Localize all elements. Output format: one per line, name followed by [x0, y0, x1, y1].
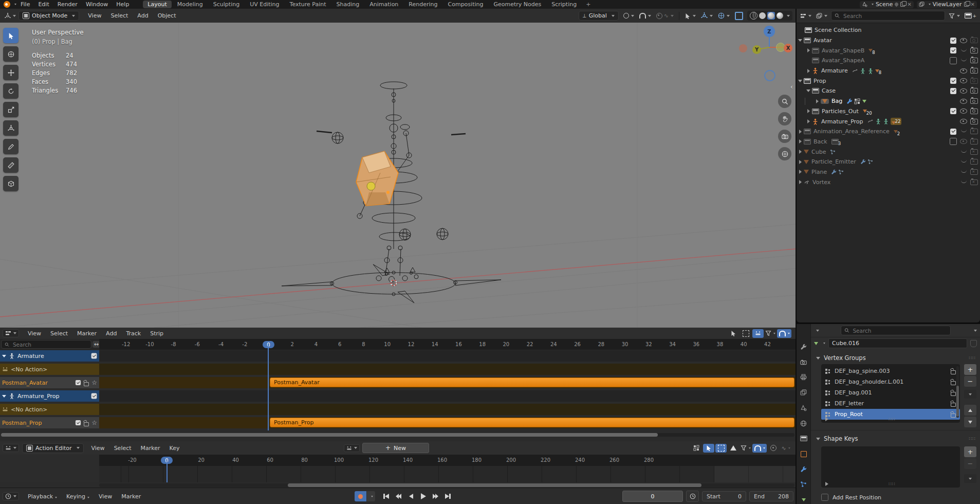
render-disabled-icon[interactable]: [970, 149, 978, 155]
perspective-toggle-button[interactable]: [778, 147, 791, 160]
workspace-tab[interactable]: Shading: [332, 1, 364, 8]
collection-checkbox[interactable]: [950, 78, 956, 84]
tab-physics[interactable]: [798, 480, 809, 489]
action-browse-button[interactable]: [344, 444, 360, 452]
render-visibility-icon[interactable]: [970, 109, 978, 114]
render-visibility-icon[interactable]: [970, 38, 978, 43]
camera-view-button[interactable]: [778, 130, 791, 143]
show-gizmo-button[interactable]: [698, 11, 715, 20]
tab-output[interactable]: [798, 373, 809, 382]
hide-icon[interactable]: [961, 159, 967, 163]
render-visibility-icon[interactable]: [970, 48, 978, 53]
nla-channel-object[interactable]: Armature: [0, 350, 99, 362]
workspace-tab[interactable]: Texture Paint: [285, 1, 331, 8]
outliner-row-avatar[interactable]: Avatar: [797, 35, 980, 46]
unlock-icon[interactable]: [84, 382, 89, 386]
workspace-tab[interactable]: UV Editing: [245, 1, 284, 8]
collapsed-icon[interactable]: [807, 69, 810, 73]
tab-tool[interactable]: [798, 343, 809, 351]
list-footer-arrow-icon[interactable]: [825, 482, 828, 486]
properties-options-left-icon[interactable]: [816, 330, 819, 332]
zoom-button[interactable]: [778, 95, 791, 108]
vertex-groups-panel-header[interactable]: Vertex Groups ∷∷: [811, 351, 980, 364]
collapsed-icon[interactable]: [807, 119, 810, 123]
properties-options-icon[interactable]: [974, 330, 977, 332]
tab-object[interactable]: [798, 449, 809, 458]
navigation-gizmo[interactable]: Z Y X: [736, 26, 796, 93]
properties-search-input[interactable]: [852, 327, 947, 334]
render-disabled-icon[interactable]: [970, 129, 978, 134]
expanded-icon[interactable]: [798, 80, 802, 82]
menu-item[interactable]: Add: [133, 12, 153, 19]
outliner-editor-type-button[interactable]: [799, 12, 812, 20]
collection-checkbox[interactable]: [950, 88, 956, 94]
hide-icon[interactable]: [960, 109, 967, 114]
new-viewlayer-icon[interactable]: [964, 2, 969, 7]
move-group-up-button[interactable]: [964, 405, 976, 416]
pan-button[interactable]: [778, 112, 791, 125]
pin-icon[interactable]: [894, 2, 899, 7]
annotate-tool[interactable]: [3, 139, 19, 154]
render-visibility-icon[interactable]: [970, 78, 978, 84]
expanded-icon[interactable]: [806, 89, 810, 92]
next-keyframe-button[interactable]: [430, 491, 441, 501]
add-rest-position-checkbox[interactable]: [821, 494, 828, 501]
datablock-dropdown-icon[interactable]: [823, 343, 825, 344]
menu-item[interactable]: Marker: [72, 330, 101, 337]
transform-orientation-select[interactable]: ⟂ Global: [579, 11, 619, 21]
hide-icon[interactable]: [960, 68, 967, 74]
nla-lane[interactable]: [99, 364, 796, 375]
expanded-icon[interactable]: [798, 39, 802, 42]
scene-selector[interactable]: Scene ✕: [860, 1, 914, 8]
render-disabled-icon[interactable]: [970, 179, 978, 185]
menu-item[interactable]: Select: [106, 12, 133, 19]
vertex-group-item[interactable]: DEF_bag_shoulder.L.001: [821, 376, 960, 387]
vertex-group-item[interactable]: DEF_bag_spine.003: [821, 366, 960, 376]
hide-icon[interactable]: [961, 48, 967, 51]
nla-box-select-tool[interactable]: [740, 329, 751, 338]
expanded-icon[interactable]: [2, 395, 6, 398]
expanded-icon[interactable]: [2, 355, 6, 357]
end-frame-field[interactable]: End 208: [749, 491, 793, 501]
show-overlays-button[interactable]: [715, 11, 732, 20]
collapsed-icon[interactable]: [807, 109, 810, 113]
workspace-tab[interactable]: Animation: [365, 1, 403, 8]
pivot-point-button[interactable]: [621, 12, 637, 20]
tab-render[interactable]: [798, 358, 809, 367]
nla-scrollbar[interactable]: [1, 433, 794, 437]
vertex-group-item[interactable]: DEF_bag.001: [821, 387, 960, 398]
outliner-filter-button[interactable]: [948, 12, 961, 20]
collection-checkbox[interactable]: [950, 38, 956, 44]
workspace-tab[interactable]: Scripting: [547, 1, 581, 8]
collapsed-icon[interactable]: [799, 170, 802, 174]
dope-playhead[interactable]: [167, 460, 168, 482]
tab-scene[interactable]: [798, 404, 809, 412]
auto-keying-button[interactable]: [355, 491, 366, 501]
outliner-row-prop[interactable]: Prop: [797, 76, 980, 86]
hide-icon[interactable]: [960, 119, 967, 124]
menu-item[interactable]: View: [87, 445, 109, 452]
dope-proportional-button[interactable]: [768, 444, 779, 453]
tab-view-layer[interactable]: [798, 388, 809, 397]
track-mute-checkbox[interactable]: [76, 420, 81, 425]
render-disabled-icon[interactable]: [970, 139, 978, 145]
nla-search-input[interactable]: [12, 341, 88, 348]
add-cube-tool[interactable]: [3, 176, 19, 191]
playback-menu[interactable]: Playback: [23, 493, 62, 500]
nla-tweak-tool[interactable]: [752, 329, 764, 338]
datablock-name-field[interactable]: Cube.016: [828, 338, 967, 348]
add-rest-position-row[interactable]: Add Rest Position: [821, 494, 881, 501]
fake-user-shield-icon[interactable]: [970, 340, 977, 347]
warning-icon[interactable]: [728, 444, 739, 453]
unlock-icon[interactable]: [951, 381, 956, 385]
scene-dropdown-icon[interactable]: [872, 4, 874, 5]
use-preview-range-button[interactable]: [686, 491, 699, 502]
nla-lane[interactable]: [99, 390, 796, 402]
hide-icon[interactable]: [961, 58, 967, 61]
solo-star-icon[interactable]: ☆: [91, 420, 97, 425]
outliner-row-animation-area-reference[interactable]: Animation_Area_Reference 2: [797, 127, 980, 137]
selectability-visibility-button[interactable]: [682, 12, 698, 20]
menu-item[interactable]: Strip: [145, 330, 168, 337]
tab-modifiers[interactable]: [798, 465, 809, 474]
shape-keys-list[interactable]: ∷∷: [821, 446, 960, 488]
